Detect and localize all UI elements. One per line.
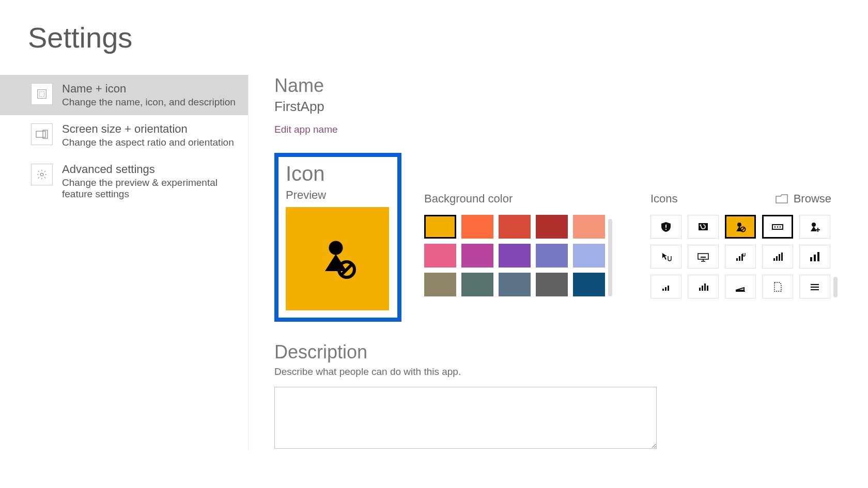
sidebar-item-advanced[interactable]: Advanced settings Change the preview & e… bbox=[0, 155, 248, 207]
color-swatch[interactable] bbox=[461, 215, 493, 239]
icon-option-bars-hand[interactable] bbox=[725, 245, 756, 269]
svg-point-4 bbox=[40, 173, 43, 176]
svg-rect-10 bbox=[699, 223, 708, 230]
icon-option-user-blocked[interactable] bbox=[725, 215, 756, 239]
icon-option-user-add[interactable] bbox=[799, 215, 830, 239]
icon-option-bars-med[interactable] bbox=[688, 275, 719, 298]
icons-label: Icons bbox=[650, 192, 678, 206]
bg-color-label: Background color bbox=[424, 192, 612, 206]
settings-sidebar: Name + icon Change the name, icon, and d… bbox=[0, 75, 248, 451]
layout-icon bbox=[31, 83, 53, 105]
svg-rect-2 bbox=[36, 131, 45, 137]
browse-button[interactable]: Browse bbox=[775, 192, 831, 206]
icon-grid bbox=[650, 215, 830, 298]
svg-rect-21 bbox=[698, 254, 708, 259]
color-scrollbar[interactable] bbox=[608, 219, 612, 296]
color-grid bbox=[424, 215, 605, 296]
description-hint: Describe what people can do with this ap… bbox=[274, 366, 838, 377]
sidebar-item-screen-size[interactable]: Screen size + orientation Change the asp… bbox=[0, 115, 248, 155]
svg-rect-1 bbox=[39, 91, 44, 96]
svg-rect-40 bbox=[665, 287, 667, 291]
description-heading: Description bbox=[274, 341, 838, 363]
icon-option-bars-tall[interactable] bbox=[799, 245, 830, 269]
svg-rect-41 bbox=[668, 286, 669, 291]
icons-scrollbar[interactable] bbox=[833, 277, 838, 297]
icon-option-keyboard[interactable] bbox=[688, 245, 719, 269]
svg-rect-0 bbox=[38, 90, 47, 99]
screen-icon bbox=[31, 123, 53, 145]
icon-preview-box: Icon Preview bbox=[274, 153, 401, 322]
svg-rect-35 bbox=[781, 253, 783, 261]
svg-point-15 bbox=[774, 226, 776, 228]
sidebar-item-subtitle: Change the aspect ratio and orientation bbox=[62, 137, 234, 148]
svg-rect-42 bbox=[699, 288, 701, 291]
color-swatch[interactable] bbox=[424, 273, 456, 296]
browse-label: Browse bbox=[794, 192, 831, 206]
color-swatch[interactable] bbox=[499, 244, 531, 267]
svg-rect-30 bbox=[739, 256, 740, 261]
svg-rect-8 bbox=[665, 225, 667, 228]
svg-rect-36 bbox=[810, 257, 812, 261]
svg-point-16 bbox=[777, 226, 779, 228]
sidebar-item-name-icon[interactable]: Name + icon Change the name, icon, and d… bbox=[0, 75, 248, 115]
svg-rect-29 bbox=[736, 258, 738, 261]
color-swatch[interactable] bbox=[461, 244, 493, 267]
color-swatch[interactable] bbox=[499, 215, 531, 239]
svg-rect-37 bbox=[814, 255, 816, 261]
icon-option-card-dots[interactable] bbox=[762, 215, 793, 239]
color-swatch[interactable] bbox=[536, 273, 568, 296]
sidebar-item-title: Name + icon bbox=[62, 82, 236, 96]
svg-point-17 bbox=[780, 226, 781, 228]
color-swatch[interactable] bbox=[461, 273, 493, 296]
sidebar-item-subtitle: Change the name, icon, and description bbox=[62, 97, 236, 108]
icon-option-cursor-hand[interactable] bbox=[650, 245, 681, 269]
svg-point-5 bbox=[329, 241, 343, 255]
icon-option-shield-alert[interactable] bbox=[650, 215, 681, 239]
icon-option-menu-lines[interactable] bbox=[799, 275, 830, 298]
svg-point-18 bbox=[812, 223, 816, 227]
description-section: Description Describe what people can do … bbox=[274, 341, 838, 451]
name-section: Name FirstApp Edit app name bbox=[274, 75, 838, 135]
color-swatch[interactable] bbox=[536, 244, 568, 267]
icon-option-scan-wedge[interactable] bbox=[725, 275, 756, 298]
sidebar-item-title: Advanced settings bbox=[62, 163, 238, 176]
svg-rect-45 bbox=[707, 286, 708, 291]
svg-rect-9 bbox=[665, 229, 667, 230]
color-swatch[interactable] bbox=[573, 273, 605, 296]
svg-rect-34 bbox=[779, 254, 780, 261]
sidebar-item-subtitle: Change the preview & experimental featur… bbox=[62, 177, 238, 200]
icon-heading: Icon bbox=[286, 162, 391, 185]
sidebar-item-title: Screen size + orientation bbox=[62, 122, 234, 136]
preview-label: Preview bbox=[286, 188, 391, 202]
svg-rect-38 bbox=[817, 252, 819, 261]
icon-option-page-dotted[interactable] bbox=[762, 275, 793, 298]
icon-option-refresh-image[interactable] bbox=[688, 215, 719, 239]
svg-rect-33 bbox=[776, 256, 778, 261]
svg-line-13 bbox=[741, 228, 745, 231]
color-swatch[interactable] bbox=[536, 215, 568, 239]
preview-tile bbox=[286, 207, 389, 310]
folder-icon bbox=[775, 193, 788, 204]
app-name-value: FirstApp bbox=[274, 99, 838, 115]
main-content: Name FirstApp Edit app name Icon Preview bbox=[248, 75, 868, 451]
color-swatch[interactable] bbox=[424, 244, 456, 267]
icon-option-bars-small[interactable] bbox=[650, 275, 681, 298]
name-heading: Name bbox=[274, 75, 838, 97]
page-title: Settings bbox=[0, 0, 868, 54]
svg-rect-44 bbox=[704, 284, 706, 291]
svg-point-11 bbox=[737, 223, 741, 227]
svg-rect-32 bbox=[773, 258, 775, 261]
background-color-section: Background color bbox=[424, 192, 612, 296]
color-swatch[interactable] bbox=[573, 215, 605, 239]
user-blocked-icon bbox=[314, 235, 361, 282]
icons-section: Icons Browse bbox=[650, 192, 838, 298]
description-textarea[interactable] bbox=[274, 387, 657, 449]
icon-option-bars-up[interactable] bbox=[762, 245, 793, 269]
color-swatch[interactable] bbox=[499, 273, 531, 296]
color-swatch[interactable] bbox=[424, 215, 456, 239]
svg-rect-43 bbox=[702, 286, 703, 291]
edit-app-name-link[interactable]: Edit app name bbox=[274, 124, 338, 135]
gear-icon bbox=[31, 164, 53, 185]
color-swatch[interactable] bbox=[573, 244, 605, 267]
svg-rect-39 bbox=[662, 289, 664, 291]
